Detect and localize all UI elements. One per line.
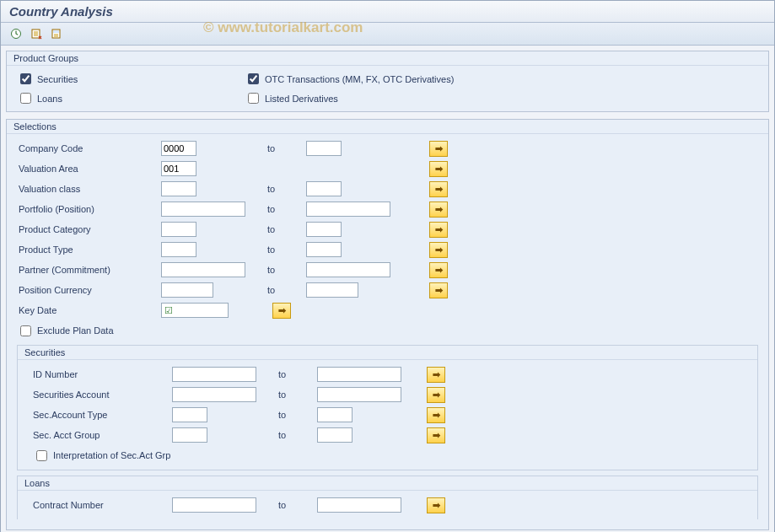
row-sec-acct-group: Sec. Acct Group to ➡	[28, 426, 747, 444]
row-sec-account-type: Sec.Account Type to ➡	[28, 406, 747, 424]
checkbox-interpretation[interactable]: Interpretation of Sec.Act Grp	[28, 448, 170, 464]
input-product-type-from[interactable]	[161, 242, 196, 257]
multiselect-securities-account[interactable]: ➡	[427, 387, 445, 403]
checkbox-loans-input[interactable]	[20, 93, 31, 104]
checkbox-listed-label: Listed Derivatives	[265, 94, 338, 104]
row-company-code: Company Code to ➡	[17, 139, 758, 158]
input-portfolio-from[interactable]	[161, 202, 245, 217]
input-id-number-to[interactable]	[317, 367, 401, 382]
title-bar: Country Analysis	[1, 1, 774, 23]
subgroup-title-securities: Securities	[18, 346, 757, 360]
label-valuation-area: Valuation Area	[17, 164, 156, 174]
checkbox-listed-derivatives[interactable]: Listed Derivatives	[245, 90, 758, 106]
multiselect-company-code[interactable]: ➡	[429, 141, 448, 157]
row-partner: Partner (Commitment) to ➡	[17, 261, 758, 279]
input-product-category-to[interactable]	[306, 222, 342, 237]
multiselect-contract-number[interactable]: ➡	[427, 497, 445, 513]
row-securities-account: Securities Account to ➡	[28, 385, 747, 404]
subgroup-loans: Loans Contract Number to ➡	[17, 476, 758, 519]
checkbox-interpretation-input[interactable]	[36, 450, 47, 461]
group-title-selections: Selections	[7, 120, 768, 134]
checkbox-otc-input[interactable]	[248, 73, 259, 84]
checkbox-loans[interactable]: Loans	[17, 90, 236, 106]
get-variant-button[interactable]	[28, 25, 45, 42]
input-key-date[interactable]	[175, 304, 221, 316]
input-sec-account-type-to[interactable]	[317, 407, 353, 422]
input-sec-account-type-from[interactable]	[172, 407, 207, 422]
multiselect-partner[interactable]: ➡	[429, 262, 448, 278]
input-company-code-to[interactable]	[306, 141, 342, 156]
input-sec-acct-group-to[interactable]	[317, 427, 353, 443]
checkbox-securities-input[interactable]	[20, 73, 31, 84]
row-contract-number: Contract Number to ➡	[28, 496, 747, 514]
multiselect-position-currency[interactable]: ➡	[429, 282, 448, 298]
input-contract-number-to[interactable]	[317, 497, 401, 513]
input-company-code-from[interactable]	[161, 141, 196, 156]
input-securities-account-from[interactable]	[172, 387, 256, 402]
checkbox-otc[interactable]: OTC Transactions (MM, FX, OTC Derivative…	[245, 71, 758, 87]
input-contract-number-from[interactable]	[172, 497, 256, 513]
group-title-product-groups: Product Groups	[7, 51, 768, 66]
checkbox-otc-label: OTC Transactions (MM, FX, OTC Derivative…	[265, 74, 454, 84]
row-key-date: Key Date ☑ ➡	[17, 301, 758, 320]
input-partner-from[interactable]	[161, 262, 245, 277]
input-portfolio-to[interactable]	[306, 202, 390, 217]
to-label: to	[278, 430, 286, 440]
to-label: to	[267, 245, 275, 255]
checkbox-listed-input[interactable]	[248, 93, 259, 104]
input-valuation-class-from[interactable]	[161, 181, 196, 196]
label-securities-account: Securities Account	[28, 390, 167, 400]
checkbox-exclude-plan[interactable]: Exclude Plan Data	[17, 323, 114, 339]
multiselect-portfolio[interactable]: ➡	[429, 202, 448, 218]
to-label: to	[278, 369, 286, 379]
label-contract-number: Contract Number	[28, 500, 167, 510]
subgroup-title-loans: Loans	[18, 476, 757, 491]
execute-button[interactable]	[8, 25, 24, 42]
multiselect-key-date[interactable]: ➡	[272, 303, 291, 319]
multiselect-product-category[interactable]: ➡	[429, 222, 448, 238]
label-id-number: ID Number	[28, 369, 167, 379]
input-product-type-to[interactable]	[306, 242, 342, 257]
label-sec-acct-group: Sec. Acct Group	[28, 430, 167, 440]
group-selections: Selections Company Code to ➡ Valuation A…	[6, 119, 769, 530]
row-interpretation: Interpretation of Sec.Act Grp	[28, 446, 747, 465]
multiselect-valuation-class[interactable]: ➡	[429, 181, 448, 197]
multiselect-product-type[interactable]: ➡	[429, 242, 448, 258]
to-label: to	[278, 390, 286, 400]
save-variant-button[interactable]	[48, 25, 65, 42]
input-position-currency-from[interactable]	[161, 282, 213, 298]
label-position-currency: Position Currency	[17, 285, 156, 295]
label-product-category: Product Category	[17, 224, 156, 234]
input-id-number-from[interactable]	[172, 367, 256, 382]
svg-rect-3	[53, 30, 59, 33]
label-key-date: Key Date	[17, 305, 156, 315]
label-valuation-class: Valuation class	[17, 184, 156, 194]
row-exclude-plan: Exclude Plan Data	[17, 321, 758, 340]
multiselect-id-number[interactable]: ➡	[427, 367, 445, 383]
input-partner-to[interactable]	[306, 262, 390, 277]
input-product-category-from[interactable]	[161, 222, 196, 237]
clock-execute-icon	[10, 28, 22, 40]
group-product-groups: Product Groups Securities OTC Transactio…	[6, 51, 769, 112]
to-label: to	[278, 410, 286, 420]
multiselect-valuation-area[interactable]: ➡	[429, 161, 448, 177]
to-label: to	[278, 500, 286, 510]
to-label: to	[267, 184, 275, 194]
row-valuation-class: Valuation class to ➡	[17, 180, 758, 198]
multiselect-sec-acct-group[interactable]: ➡	[427, 427, 445, 443]
input-valuation-class-to[interactable]	[306, 181, 342, 196]
label-product-type: Product Type	[17, 245, 156, 255]
checkbox-exclude-plan-label: Exclude Plan Data	[37, 325, 114, 336]
input-valuation-area-from[interactable]	[161, 161, 196, 176]
multiselect-sec-account-type[interactable]: ➡	[427, 407, 445, 423]
checkbox-loans-label: Loans	[37, 94, 62, 104]
variant-get-icon	[30, 28, 42, 40]
input-position-currency-to[interactable]	[306, 282, 358, 298]
input-sec-acct-group-from[interactable]	[172, 427, 207, 443]
to-label: to	[267, 224, 275, 234]
checkbox-exclude-plan-input[interactable]	[20, 325, 31, 336]
checkbox-securities[interactable]: Securities	[17, 71, 236, 87]
input-securities-account-to[interactable]	[317, 387, 401, 402]
label-portfolio: Portfolio (Position)	[17, 204, 156, 214]
checkbox-securities-label: Securities	[37, 74, 78, 84]
